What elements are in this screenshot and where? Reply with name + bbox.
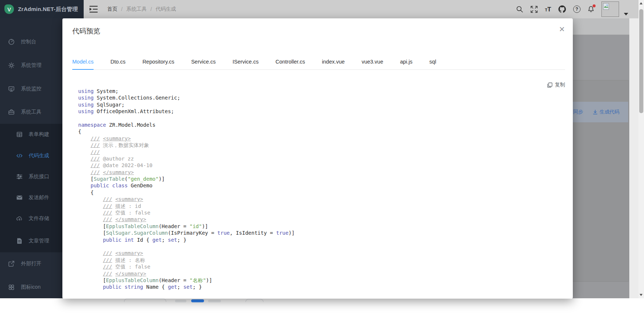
download-icon <box>593 109 598 115</box>
sidebar-item-label: 控制台 <box>21 39 36 45</box>
sidebar-item-label: 系统接口 <box>29 173 49 180</box>
code-line: /// <summary> <box>78 250 565 256</box>
pagination-size-select[interactable] <box>124 299 166 302</box>
tab-api-js[interactable]: api.js <box>400 54 412 70</box>
sidebar-item-label: 文件存储 <box>29 215 49 222</box>
sidebar-collapse-icon[interactable] <box>89 5 98 13</box>
code-line: /// <summary> <box>78 297 565 299</box>
bell-icon[interactable] <box>587 6 594 13</box>
tab-model-cs[interactable]: Model.cs <box>72 54 94 70</box>
sliders-icon <box>16 173 23 180</box>
tab-controller-cs[interactable]: Controller.cs <box>276 54 305 70</box>
code-line: [SqlSugar.SugarColumn(IsPrimaryKey = tru… <box>78 230 565 236</box>
grid-icon <box>8 284 15 291</box>
tab-service-cs[interactable]: Service.cs <box>191 54 216 70</box>
code-line: /// 演示，数据实体对象 <box>78 142 565 148</box>
tab-sql[interactable]: sql <box>429 54 436 70</box>
breadcrumb-separator: / <box>150 6 152 12</box>
external-link-icon <box>8 260 15 267</box>
mail-icon <box>16 194 23 201</box>
avatar[interactable] <box>601 1 619 17</box>
code-file-tabs: Model.csDto.csRepository.csService.csISe… <box>72 54 565 70</box>
app-title: ZrAdmin.NET-后台管理 <box>18 6 78 13</box>
search-icon[interactable] <box>516 6 523 13</box>
code-line: namespace ZR.Model.Models <box>78 122 565 128</box>
sidebar-item-label: 代码生成 <box>29 152 49 159</box>
help-icon[interactable]: ? <box>573 6 581 13</box>
sidebar-item-label: 图标icon <box>21 284 41 291</box>
generate-code-row-button[interactable]: 生成代码 <box>593 109 619 115</box>
cloud-upload-icon <box>16 215 23 222</box>
font-size-icon[interactable]: TT <box>545 6 551 12</box>
pagination-next-button[interactable] <box>208 300 221 302</box>
scrollbar-down-arrow[interactable] <box>640 294 643 296</box>
page-right-gutter <box>629 18 638 298</box>
code-line: /// 描述 : 名称 <box>78 257 565 263</box>
header-icon-bar: TT? <box>516 0 628 18</box>
document-icon <box>16 238 23 244</box>
code-line <box>78 115 565 122</box>
dialog-title: 代码预览 <box>72 26 100 36</box>
code-line: { <box>78 128 565 135</box>
breadcrumb-item[interactable]: 系统工具 <box>126 6 147 12</box>
app-logo: V <box>4 4 14 14</box>
code-line: public class GenDemo <box>78 182 565 189</box>
code-line: /// 描述 : id <box>78 203 565 209</box>
copy-icon <box>547 82 553 88</box>
code-preview-dialog: 代码预览 × Model.csDto.csRepository.csServic… <box>62 18 573 299</box>
code-line: [EpplusTableColumn(Header = "名称")] <box>78 277 565 284</box>
tab-index-vue[interactable]: index.vue <box>322 54 345 70</box>
code-line <box>78 291 565 297</box>
dashboard-icon <box>8 39 15 45</box>
pagination-jump-input[interactable] <box>245 299 263 302</box>
code-line: /// 空值 : false <box>78 263 565 270</box>
sidebar-item-label: 系统监控 <box>21 86 41 92</box>
fullscreen-icon[interactable] <box>530 6 538 13</box>
code-line: public string Name { get; set; } <box>78 284 565 290</box>
code-line: /// @author zz <box>78 155 565 162</box>
code-line: [SugarTable("gen_demo")] <box>78 176 565 182</box>
notification-badge <box>593 4 596 7</box>
code-line: /// </summary> <box>78 216 565 223</box>
code-line: [EpplusTableColumn(Header = "id")] <box>78 223 565 230</box>
page-bottom-strip <box>0 298 644 317</box>
breadcrumb-item[interactable]: 首页 <box>107 6 117 12</box>
tab-repository-cs[interactable]: Repository.cs <box>142 54 174 70</box>
code-line: public int Id { get; set; } <box>78 237 565 243</box>
pagination-prev-button[interactable] <box>175 300 186 302</box>
code-line: { <box>78 189 565 196</box>
tab-vue3-vue[interactable]: vue3.vue <box>361 54 383 70</box>
scrollbar-thumb[interactable] <box>639 9 643 113</box>
code-line: using System; <box>78 88 565 94</box>
chevron-down-icon[interactable] <box>624 13 628 15</box>
code-icon <box>16 152 23 159</box>
tab-dto-cs[interactable]: Dto.cs <box>110 54 125 70</box>
app-logo-area[interactable]: V ZrAdmin.NET-后台管理 <box>0 0 84 18</box>
code-line: /// <summary> <box>78 196 565 202</box>
code-line: using SqlSugar; <box>78 101 565 108</box>
sidebar-item-label: 外部打开 <box>21 260 41 267</box>
scrollbar-up-arrow[interactable] <box>640 2 643 4</box>
github-icon[interactable] <box>558 5 566 13</box>
code-line: using System.Collections.Generic; <box>78 94 565 101</box>
top-header: 首页/系统工具/代码生成 TT? <box>0 0 638 18</box>
pagination-current-page[interactable] <box>191 299 204 302</box>
code-line: /// </summary> <box>78 169 565 176</box>
close-icon[interactable]: × <box>559 24 565 34</box>
tab-iservice-cs[interactable]: IService.cs <box>233 54 259 70</box>
sidebar-item-label: 表单构建 <box>29 131 49 138</box>
breadcrumb: 首页/系统工具/代码生成 <box>107 0 176 18</box>
code-line: /// <summary> <box>78 135 565 142</box>
breadcrumb-item[interactable]: 代码生成 <box>156 6 176 12</box>
code-block: using System;using System.Collections.Ge… <box>78 88 565 299</box>
copy-label: 复制 <box>555 82 565 88</box>
row-action-label: 同步 <box>573 109 583 115</box>
sidebar-item-label: 文章管理 <box>29 238 49 244</box>
logo-letter: V <box>7 6 11 12</box>
sidebar-item-label: 系统管理 <box>21 62 41 69</box>
form-builder-icon <box>16 131 23 138</box>
vertical-scrollbar[interactable] <box>638 0 644 298</box>
monitor-icon <box>8 86 15 92</box>
code-line <box>78 243 565 250</box>
code-line: /// </summary> <box>78 270 565 277</box>
